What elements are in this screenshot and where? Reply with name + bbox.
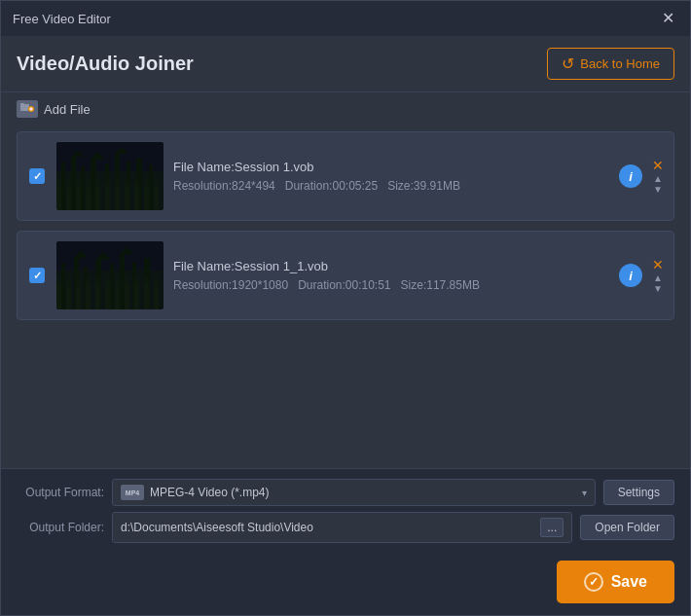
file2-info-button[interactable]: i (619, 264, 642, 287)
format-select-inner: MP4 MPEG-4 Video (*.mp4) (121, 485, 270, 500)
file2-info-icon: i (629, 269, 633, 283)
table-row: File Name:Session 1_1.vob Resolution:192… (17, 231, 674, 320)
back-home-icon: ↺ (562, 54, 574, 73)
file2-move-up-button[interactable]: ▲ (653, 273, 663, 283)
output-folder-label: Output Folder: (17, 521, 104, 534)
svg-rect-10 (91, 160, 96, 210)
save-button[interactable]: ✓ Save (557, 561, 674, 603)
file1-remove-button[interactable]: ✕ (652, 159, 664, 172)
output-folder-row: Output Folder: d:\Documents\Aiseesoft St… (17, 512, 674, 543)
file1-thumbnail (56, 142, 164, 210)
svg-rect-25 (110, 264, 114, 309)
svg-rect-23 (84, 267, 88, 309)
format-select-value: MPEG-4 Video (*.mp4) (150, 486, 270, 499)
svg-rect-8 (71, 157, 76, 210)
table-row: File Name:Session 1.vob Resolution:824*4… (17, 131, 674, 221)
file1-info: File Name:Session 1.vob Resolution:824*4… (173, 160, 609, 193)
add-file-button[interactable]: Add File (17, 100, 91, 118)
svg-rect-20 (56, 271, 164, 309)
svg-rect-11 (105, 163, 109, 210)
file2-info: File Name:Session 1_1.vob Resolution:192… (173, 259, 609, 292)
file1-move-down-button[interactable]: ▼ (653, 185, 663, 195)
svg-rect-1 (20, 103, 24, 105)
settings-button[interactable]: Settings (603, 480, 674, 505)
svg-rect-6 (56, 171, 164, 210)
svg-rect-5 (56, 142, 164, 210)
file2-remove-button[interactable]: ✕ (652, 258, 664, 272)
file1-checkbox[interactable] (29, 168, 45, 184)
output-format-label: Output Format: (17, 486, 104, 499)
svg-rect-14 (136, 158, 142, 210)
save-check-icon: ✓ (584, 572, 603, 592)
file2-size: Size:117.85MB (401, 278, 480, 292)
close-button[interactable]: ✕ (658, 9, 678, 28)
window-title: Free Video Editor (13, 12, 111, 26)
title-bar: Free Video Editor ✕ (1, 1, 690, 36)
main-window: Free Video Editor ✕ Video/Audio Joiner ↺… (0, 0, 691, 616)
save-label: Save (611, 573, 647, 591)
page-title: Video/Audio Joiner (17, 53, 194, 75)
file2-actions: ✕ ▲ ▼ (652, 258, 664, 294)
file1-move-up-button[interactable]: ▲ (653, 174, 663, 184)
file1-actions: ✕ ▲ ▼ (652, 159, 664, 195)
toolbar: Add File (1, 92, 690, 126)
file2-move-buttons: ▲ ▼ (653, 273, 663, 294)
svg-rect-26 (120, 254, 125, 309)
svg-rect-0 (20, 104, 29, 111)
svg-rect-28 (144, 258, 150, 309)
svg-rect-19 (56, 241, 164, 309)
file1-move-buttons: ▲ ▼ (653, 174, 663, 195)
back-home-label: Back to Home (580, 56, 660, 71)
svg-rect-24 (95, 260, 101, 309)
svg-rect-15 (149, 164, 153, 210)
file2-move-down-button[interactable]: ▼ (653, 284, 663, 294)
svg-rect-27 (132, 262, 136, 309)
mp4-icon: MP4 (121, 485, 144, 500)
file1-duration: Duration:00:05:25 (285, 179, 378, 193)
bottom-bar: Output Format: MP4 MPEG-4 Video (*.mp4) … (1, 468, 690, 553)
svg-rect-9 (81, 166, 85, 210)
file2-checkbox-area (27, 266, 47, 285)
file-list: File Name:Session 1.vob Resolution:824*4… (1, 126, 690, 468)
browse-button[interactable]: ... (540, 518, 564, 537)
file1-thumbnail-content (56, 142, 164, 210)
format-select[interactable]: MP4 MPEG-4 Video (*.mp4) ▾ (112, 479, 596, 506)
folder-path: d:\Documents\Aiseesoft Studio\Video (121, 521, 536, 534)
svg-rect-22 (74, 258, 79, 309)
file2-name: File Name:Session 1_1.vob (173, 259, 609, 273)
folder-input: d:\Documents\Aiseesoft Studio\Video ... (112, 512, 572, 543)
file1-size: Size:39.91MB (387, 179, 460, 193)
save-area: ✓ Save (1, 553, 690, 615)
chevron-down-icon: ▾ (582, 488, 587, 498)
file1-meta: Resolution:824*494 Duration:00:05:25 Siz… (173, 179, 609, 193)
file1-checkbox-area (27, 166, 47, 186)
back-home-button[interactable]: ↺ Back to Home (547, 48, 674, 80)
svg-rect-12 (115, 154, 120, 210)
add-file-icon (17, 100, 38, 118)
file1-resolution: Resolution:824*494 (173, 179, 275, 193)
header: Video/Audio Joiner ↺ Back to Home (1, 36, 690, 92)
svg-rect-13 (127, 162, 130, 210)
file1-name: File Name:Session 1.vob (173, 160, 609, 174)
file2-meta: Resolution:1920*1080 Duration:00:10:51 S… (173, 278, 609, 292)
file1-info-button[interactable]: i (619, 164, 642, 188)
file2-resolution: Resolution:1920*1080 (173, 278, 288, 292)
output-format-row: Output Format: MP4 MPEG-4 Video (*.mp4) … (17, 479, 674, 506)
add-file-label: Add File (44, 102, 91, 117)
svg-rect-21 (61, 263, 65, 309)
open-folder-button[interactable]: Open Folder (580, 515, 674, 540)
file2-thumbnail (56, 241, 164, 309)
svg-rect-7 (61, 162, 65, 210)
file2-thumbnail-content (56, 241, 164, 309)
file2-checkbox[interactable] (29, 268, 45, 283)
file1-info-icon: i (629, 169, 633, 184)
file2-duration: Duration:00:10:51 (298, 278, 390, 292)
